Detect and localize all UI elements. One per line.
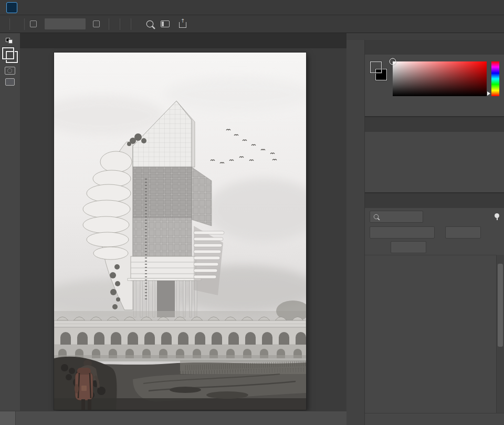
blend-mode-row [365, 225, 504, 240]
color-panel [365, 40, 504, 116]
photoshop-window: { "app": {"logo": "Ps"}, "menu_bar": {"i… [0, 0, 504, 425]
auto-select-dropdown[interactable] [44, 18, 86, 30]
icon-dock-column [346, 40, 365, 425]
options-bar [0, 15, 504, 33]
scrollbar-thumb[interactable] [498, 264, 503, 347]
document-canvas[interactable] [54, 53, 306, 410]
filter-type-dropdown[interactable] [370, 211, 423, 223]
fill-dropdown[interactable] [391, 241, 426, 253]
foreground-color-swatch[interactable] [370, 61, 382, 73]
layer-list [365, 255, 497, 413]
hue-slider-marker[interactable] [487, 91, 490, 96]
search-icon[interactable] [146, 20, 154, 28]
divider [24, 18, 25, 30]
auto-select-checkbox[interactable] [30, 20, 37, 27]
color-panel-tabs [365, 40, 504, 55]
layers-bottom-bar [365, 413, 504, 425]
panel-color-swatches [370, 61, 388, 81]
divider [109, 18, 109, 30]
layers-panel-tabs [365, 193, 504, 208]
show-transform-checkbox[interactable] [93, 20, 100, 27]
photoshop-logo-icon [6, 2, 17, 13]
lock-row [365, 240, 504, 255]
color-cursor[interactable] [390, 58, 396, 65]
layers-scrollbar[interactable] [496, 255, 504, 413]
search-icon [374, 214, 379, 219]
color-field[interactable] [393, 61, 487, 96]
screen-mode-icon[interactable] [5, 78, 15, 86]
document-tab-bar [20, 33, 346, 48]
quick-mask-icon[interactable] [5, 67, 15, 75]
color-swatches [2, 47, 18, 63]
panel-dock [346, 33, 504, 425]
workspace-icon[interactable] [161, 20, 170, 27]
blend-mode-dropdown[interactable] [370, 226, 435, 239]
divider [120, 18, 120, 30]
tool-bar [0, 33, 20, 411]
adjustments-panel-tabs [365, 117, 504, 132]
layer-filter-row [365, 208, 504, 225]
adjustments-panel [365, 117, 504, 192]
default-colors-icon[interactable] [6, 38, 13, 44]
add-adjustment-label [365, 132, 504, 140]
menu-bar [0, 0, 504, 15]
hue-slider[interactable] [491, 61, 499, 96]
foreground-color-swatch[interactable] [2, 47, 14, 59]
divider [131, 18, 131, 30]
canvas-area[interactable] [20, 48, 346, 411]
opacity-dropdown[interactable] [445, 226, 481, 239]
document-canvas-artwork [54, 53, 306, 410]
toolbar-expand-icon[interactable] [0, 33, 4, 34]
filter-toggle-icon[interactable] [495, 213, 499, 218]
status-bar [0, 411, 346, 425]
share-icon[interactable] [179, 22, 186, 28]
layers-panel [365, 193, 504, 425]
divider [9, 18, 10, 30]
toolbar-footer [2, 38, 18, 86]
dock-collapse-row [346, 33, 504, 40]
status-corner [0, 411, 16, 425]
